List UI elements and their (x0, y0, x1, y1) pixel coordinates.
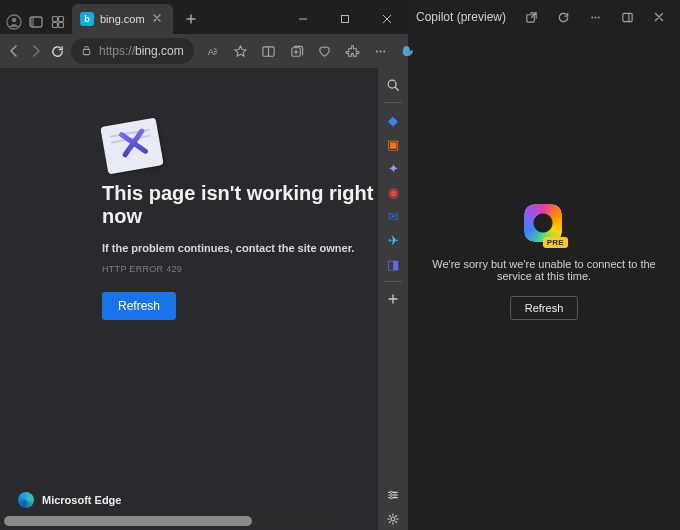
edge-footer: Microsoft Edge (18, 492, 121, 508)
split-screen-icon[interactable] (256, 38, 282, 64)
copilot-pane: Copilot (preview) PRE We're sorry but we… (408, 0, 680, 530)
horizontal-scrollbar[interactable] (4, 516, 348, 526)
sidebar-separator (384, 102, 402, 103)
sidebar-spacer (382, 312, 404, 482)
toolbar: https://bing.com A (0, 34, 408, 68)
svg-rect-8 (342, 16, 349, 23)
edge-sidebar: ◆ ▣ ✦ ◉ ✉ ✈ ◨ (378, 68, 408, 530)
svg-rect-3 (30, 17, 34, 27)
svg-point-25 (597, 16, 599, 18)
svg-point-16 (383, 50, 385, 52)
scrollbar-thumb[interactable] (4, 516, 252, 526)
profile-icon[interactable] (6, 14, 22, 30)
copilot-dock-icon[interactable] (614, 4, 640, 30)
sidebar-outlook-icon[interactable]: ✉ (382, 205, 404, 227)
collections-icon[interactable] (284, 38, 310, 64)
error-code: HTTP ERROR 429 (102, 264, 378, 274)
error-page: This page isn't working right now If the… (0, 68, 378, 530)
sidebar-search-icon[interactable] (382, 74, 404, 96)
back-button[interactable] (6, 38, 22, 64)
close-window-button[interactable] (366, 4, 408, 34)
svg-rect-7 (59, 23, 64, 28)
content-row: This page isn't working right now If the… (0, 68, 408, 530)
new-tab-button[interactable] (179, 7, 203, 31)
copilot-error-message: We're sorry but we're unable to connect … (428, 258, 660, 282)
copilot-title: Copilot (preview) (416, 10, 512, 24)
window-controls (282, 4, 408, 34)
error-subtext: If the problem continues, contact the si… (102, 242, 378, 254)
title-bar: b bing.com (0, 0, 408, 34)
lock-icon (81, 45, 93, 57)
browser-window: b bing.com https://bing.com A (0, 0, 408, 530)
copilot-toolbar-icon[interactable] (396, 38, 422, 64)
url-text: https://bing.com (99, 44, 184, 58)
copilot-open-external-icon[interactable] (518, 4, 544, 30)
close-tab-icon[interactable] (151, 12, 165, 26)
sidebar-shopping-icon[interactable]: ◆ (382, 109, 404, 131)
svg-rect-6 (53, 23, 58, 28)
sidebar-drop-icon[interactable]: ✈ (382, 229, 404, 251)
copilot-logo-icon: PRE (524, 204, 564, 244)
maximize-button[interactable] (324, 4, 366, 34)
browser-essentials-icon[interactable] (312, 38, 338, 64)
sidebar-tools-icon[interactable]: ✦ (382, 157, 404, 179)
tab-title: bing.com (100, 13, 145, 25)
svg-rect-9 (83, 50, 89, 55)
sidebar-games-icon[interactable]: ▣ (382, 133, 404, 155)
svg-point-24 (594, 16, 596, 18)
svg-text:A: A (208, 47, 215, 57)
svg-point-19 (394, 494, 396, 496)
copilot-more-icon[interactable] (582, 4, 608, 30)
workspaces-icon[interactable] (50, 14, 66, 30)
copilot-body: PRE We're sorry but we're unable to conn… (408, 34, 680, 530)
error-illustration-icon (104, 122, 160, 170)
tab-bing[interactable]: b bing.com (72, 4, 173, 34)
svg-rect-26 (622, 13, 631, 21)
toolbar-right: A (200, 38, 422, 64)
svg-point-20 (390, 496, 392, 498)
error-heading: This page isn't working right now (102, 182, 378, 228)
svg-point-23 (591, 16, 593, 18)
bing-favicon-icon: b (80, 12, 94, 26)
svg-rect-5 (59, 17, 64, 22)
read-aloud-icon[interactable]: A (200, 38, 226, 64)
copilot-close-icon[interactable] (646, 4, 672, 30)
sidebar-m365-icon[interactable]: ◉ (382, 181, 404, 203)
edge-logo-icon (18, 492, 34, 508)
forward-button[interactable] (28, 38, 44, 64)
svg-point-1 (12, 18, 17, 23)
svg-point-18 (390, 491, 392, 493)
svg-point-21 (391, 517, 395, 521)
tab-strip: b bing.com (72, 4, 282, 34)
sidebar-image-creator-icon[interactable]: ◨ (382, 253, 404, 275)
address-bar[interactable]: https://bing.com (71, 38, 194, 64)
copilot-preview-badge: PRE (543, 237, 568, 248)
copilot-header: Copilot (preview) (408, 0, 680, 34)
sidebar-settings-icon[interactable] (382, 508, 404, 530)
sidebar-add-icon[interactable] (382, 288, 404, 310)
svg-point-15 (380, 50, 382, 52)
tab-overview-buttons (0, 14, 72, 34)
edge-product-name: Microsoft Edge (42, 494, 121, 506)
refresh-button[interactable] (50, 38, 65, 64)
favorite-icon[interactable] (228, 38, 254, 64)
copilot-reload-icon[interactable] (550, 4, 576, 30)
svg-rect-4 (53, 17, 58, 22)
minimize-button[interactable] (282, 4, 324, 34)
extensions-icon[interactable] (340, 38, 366, 64)
copilot-refresh-button[interactable]: Refresh (510, 296, 579, 320)
sidebar-customize-icon[interactable] (382, 484, 404, 506)
tab-actions-icon[interactable] (28, 14, 44, 30)
page-refresh-button[interactable]: Refresh (102, 292, 176, 320)
svg-point-14 (376, 50, 378, 52)
menu-icon[interactable] (368, 38, 394, 64)
sidebar-separator (384, 281, 402, 282)
